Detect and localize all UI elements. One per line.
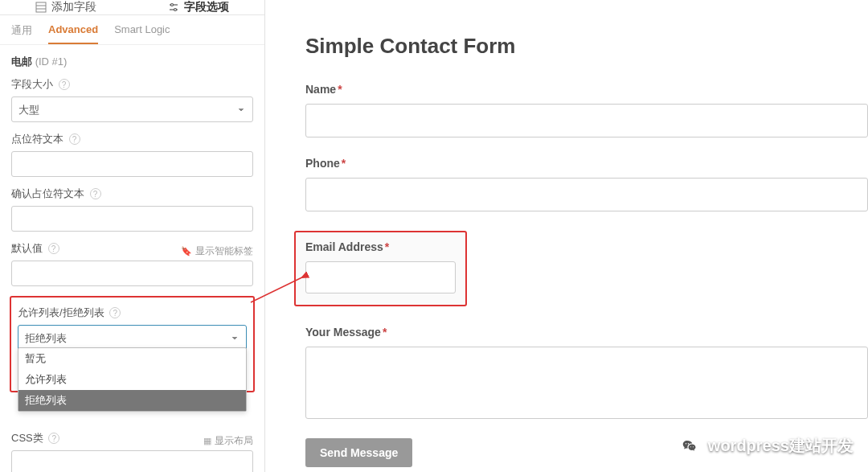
submit-button[interactable]: Send Message	[305, 438, 412, 467]
placeholder-input[interactable]	[11, 151, 253, 177]
required-asterisk: *	[383, 326, 387, 339]
help-icon[interactable]: ?	[109, 307, 121, 318]
message-label: Your Message	[305, 326, 381, 339]
placeholder-label: 点位符文本 ?	[11, 132, 253, 146]
tab-field-options[interactable]: 字段选项	[133, 0, 265, 14]
option-allow[interactable]: 允许列表	[18, 369, 246, 390]
form-preview: Simple Contact Form Name* Phone* Email A…	[265, 0, 868, 472]
field-phone[interactable]: Phone*	[305, 157, 868, 211]
name-input[interactable]	[305, 104, 868, 137]
option-deny[interactable]: 拒绝列表	[18, 390, 246, 411]
field-message[interactable]: Your Message*	[305, 326, 868, 419]
field-size-select[interactable]: 大型	[11, 96, 253, 122]
section-title-text: 电邮	[11, 55, 32, 68]
help-icon[interactable]: ?	[48, 243, 59, 254]
help-icon[interactable]: ?	[48, 433, 59, 444]
grid-icon	[35, 2, 47, 13]
section-heading: 电邮 (ID #1)	[0, 45, 264, 72]
name-label: Name	[305, 83, 336, 96]
field-email[interactable]: Email Address*	[294, 231, 467, 306]
confirm-placeholder-label: 确认占位符文本 ?	[11, 187, 253, 201]
help-icon[interactable]: ?	[90, 188, 101, 199]
watermark: wordpress建站开发	[678, 433, 854, 458]
svg-point-4	[170, 4, 173, 6]
email-input[interactable]	[305, 261, 456, 293]
email-label: Email Address	[305, 240, 383, 253]
form-title: Simple Contact Form	[305, 34, 868, 59]
field-name[interactable]: Name*	[305, 83, 868, 137]
show-smart-tags-link[interactable]: 🔖 显示智能标签	[181, 244, 253, 258]
default-value-input[interactable]	[11, 261, 253, 286]
option-none[interactable]: 暂无	[18, 348, 246, 369]
tab-field-options-label: 字段选项	[184, 0, 229, 14]
phone-label: Phone	[305, 157, 340, 170]
wechat-icon	[678, 433, 702, 458]
field-size-label: 字段大小 ?	[11, 77, 253, 92]
svg-rect-0	[36, 2, 46, 12]
tab-add-field[interactable]: 添加字段	[0, 0, 133, 14]
tab-add-field-label: 添加字段	[51, 0, 96, 14]
sub-tabs: 通用 Advanced Smart Logic	[0, 15, 264, 45]
confirm-placeholder-input[interactable]	[11, 206, 253, 232]
sliders-icon	[168, 2, 179, 13]
default-value-label: 默认值 ?	[11, 241, 59, 256]
css-class-input[interactable]	[11, 450, 253, 472]
help-icon[interactable]: ?	[69, 133, 80, 145]
tag-icon: 🔖	[181, 246, 192, 257]
required-asterisk: *	[385, 240, 389, 253]
top-tabs: 添加字段 字段选项	[0, 0, 264, 15]
section-id-text: (ID #1)	[35, 55, 68, 68]
allow-deny-dropdown: 暂无 允许列表 拒绝列表	[18, 347, 247, 412]
css-class-label: CSS类 ?	[11, 431, 59, 445]
message-textarea[interactable]	[305, 347, 868, 419]
layout-icon: ▦	[203, 436, 211, 446]
allow-deny-group: 允许列表/拒绝列表 ? 拒绝列表 暂无 允许列表 拒绝列表	[10, 296, 255, 392]
subtab-smart-logic[interactable]: Smart Logic	[114, 23, 170, 44]
svg-point-6	[174, 9, 176, 11]
phone-input[interactable]	[305, 178, 868, 211]
allow-deny-label: 允许列表/拒绝列表 ?	[18, 306, 247, 320]
canvas: Simple Contact Form Name* Phone* Email A…	[265, 0, 868, 472]
show-layout-link[interactable]: ▦ 显示布局	[203, 434, 253, 448]
help-icon[interactable]: ?	[59, 79, 70, 90]
watermark-text: wordpress建站开发	[708, 435, 854, 457]
subtab-general[interactable]: 通用	[11, 23, 32, 44]
required-asterisk: *	[338, 83, 342, 96]
sidebar: 添加字段 字段选项 通用 Advanced Smart Logic 电邮 (ID…	[0, 0, 265, 472]
subtab-advanced[interactable]: Advanced	[48, 23, 98, 44]
required-asterisk: *	[342, 157, 346, 170]
